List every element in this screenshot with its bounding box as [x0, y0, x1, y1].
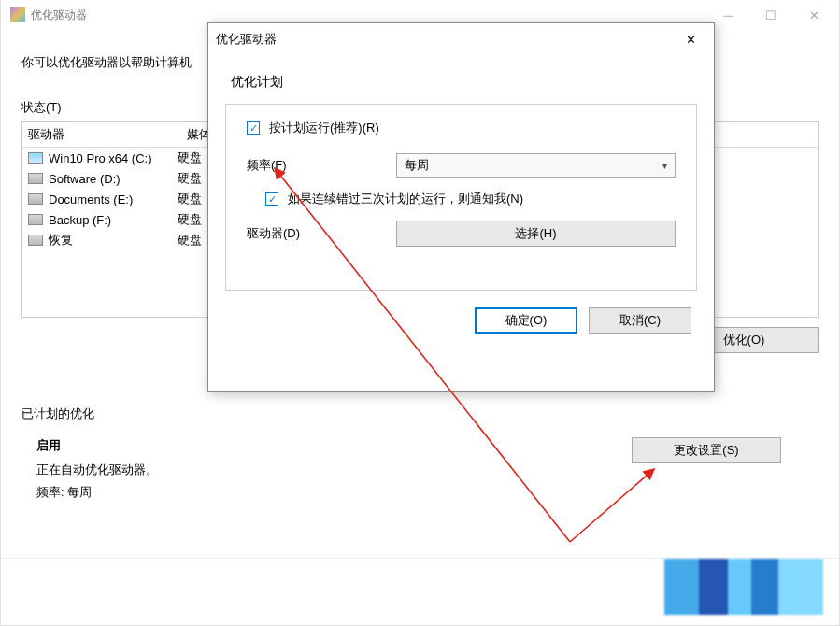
- scheduled-section-label: 已计划的优化: [21, 405, 819, 422]
- frequency-dropdown[interactable]: 每周 ▾: [396, 153, 676, 178]
- run-on-schedule-row[interactable]: ✓ 按计划运行(推荐)(R): [247, 120, 676, 136]
- notify-row[interactable]: ✓ 如果连续错过三次计划的运行，则通知我(N): [265, 191, 676, 207]
- dialog-heading: 优化计划: [231, 74, 697, 91]
- drive-icon: [28, 214, 43, 225]
- window-title: 优化驱动器: [31, 7, 706, 23]
- change-settings-button[interactable]: 更改设置(S): [632, 437, 781, 463]
- app-icon: [10, 7, 25, 22]
- drive-name: Software (D:): [49, 172, 121, 186]
- scheduled-line2: 频率: 每周: [36, 484, 632, 501]
- drive-name: 恢复: [49, 232, 73, 249]
- close-button[interactable]: ✕: [792, 0, 835, 30]
- drive-icon: [28, 152, 43, 164]
- frequency-label: 频率(F): [247, 157, 396, 174]
- frequency-value: 每周: [405, 157, 429, 174]
- frequency-row: 频率(F) 每周 ▾: [247, 153, 676, 178]
- choose-button[interactable]: 选择(H): [396, 221, 676, 247]
- drive-choose-label: 驱动器(D): [247, 225, 396, 242]
- dialog-body: 优化计划 ✓ 按计划运行(推荐)(R) 频率(F) 每周 ▾ ✓ 如果连续错过三…: [208, 55, 714, 334]
- close-icon[interactable]: ✕: [675, 26, 706, 52]
- dialog-panel: ✓ 按计划运行(推荐)(R) 频率(F) 每周 ▾ ✓ 如果连续错过三次计划的运…: [225, 104, 697, 291]
- drive-name: Win10 Pro x64 (C:): [49, 151, 152, 165]
- schedule-dialog: 优化驱动器 ✕ 优化计划 ✓ 按计划运行(推荐)(R) 频率(F) 每周 ▾ ✓…: [207, 22, 715, 392]
- drive-name: Documents (E:): [49, 192, 133, 206]
- col-drive-header: 驱动器: [28, 126, 187, 143]
- enabled-label: 启用: [36, 437, 632, 454]
- decorative-strip: [664, 559, 823, 615]
- ok-button[interactable]: 确定(O): [475, 307, 577, 334]
- notify-label: 如果连续错过三次计划的运行，则通知我(N): [288, 191, 523, 207]
- drive-icon: [28, 173, 43, 184]
- dialog-title: 优化驱动器: [216, 31, 675, 48]
- drive-name: Backup (F:): [49, 213, 111, 227]
- drive-icon: [28, 193, 43, 205]
- drive-choose-row: 驱动器(D) 选择(H): [247, 221, 676, 247]
- checkbox-icon[interactable]: ✓: [247, 121, 260, 135]
- maximize-button[interactable]: ☐: [749, 0, 792, 30]
- dialog-titlebar: 优化驱动器 ✕: [208, 23, 714, 55]
- scheduled-line1: 正在自动优化驱动器。: [36, 462, 632, 478]
- scheduled-section: 已计划的优化 启用 正在自动优化驱动器。 频率: 每周 更改设置(S): [21, 405, 819, 506]
- chevron-down-icon: ▾: [662, 161, 667, 171]
- checkbox-icon[interactable]: ✓: [265, 192, 278, 206]
- cancel-button[interactable]: 取消(C): [589, 307, 691, 334]
- drive-icon: [28, 235, 43, 246]
- run-on-schedule-label: 按计划运行(推荐)(R): [269, 120, 379, 136]
